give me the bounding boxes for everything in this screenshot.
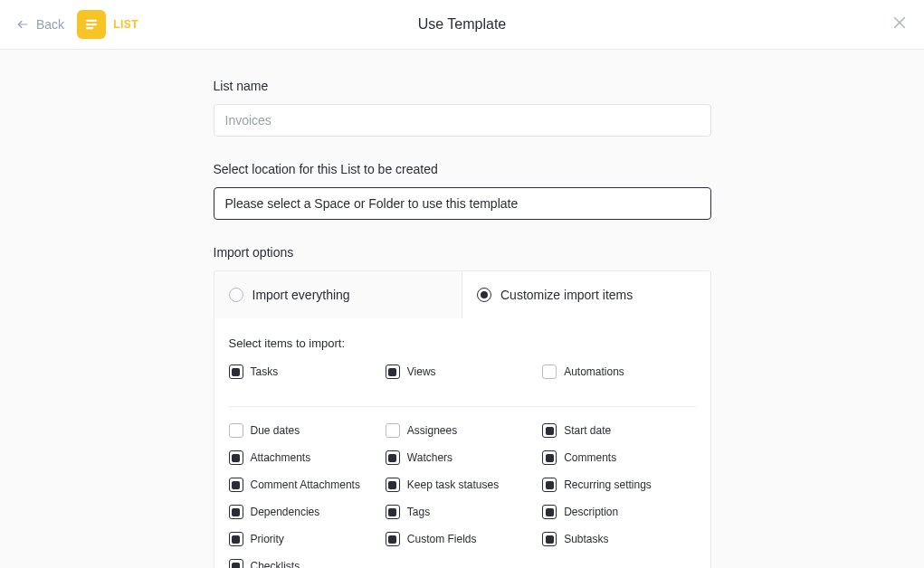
checkbox-item[interactable]: Due dates [229, 423, 382, 438]
import-col-3: Start dateCommentsRecurring settingsDesc… [542, 423, 695, 568]
checkbox-label: Dependencies [251, 506, 320, 518]
checkbox-icon [229, 478, 243, 492]
checkbox-item[interactable]: Custom Fields [386, 532, 538, 546]
checkbox-item[interactable]: Automations [542, 364, 695, 379]
checkbox-label: Comment Attachments [251, 478, 360, 491]
location-label: Select location for this List to be crea… [214, 162, 711, 176]
radio-icon [477, 288, 491, 302]
location-placeholder: Please select a Space or Folder to use t… [225, 196, 519, 211]
list-icon [77, 10, 106, 39]
checkbox-icon [229, 450, 243, 465]
arrow-left-icon [14, 18, 31, 31]
checkbox-item[interactable]: Description [542, 505, 695, 519]
checkbox-item[interactable]: Attachments [229, 450, 382, 465]
checkbox-label: Description [564, 506, 618, 518]
back-label: Back [36, 17, 64, 32]
checkbox-item[interactable]: Start date [542, 423, 695, 438]
import-radio-group: Import everything Customize import items [214, 270, 711, 318]
checkbox-label: Keep task statuses [407, 478, 499, 491]
checkbox-item[interactable]: Recurring settings [542, 478, 695, 492]
checkbox-label: Custom Fields [407, 533, 477, 545]
checkbox-item[interactable]: Assignees [386, 423, 538, 438]
checkbox-label: Start date [564, 424, 611, 437]
checkbox-label: Due dates [251, 424, 300, 437]
checkbox-label: Automations [564, 365, 624, 378]
import-top-row: TasksViewsAutomations [229, 364, 696, 407]
checkbox-label: Subtasks [564, 533, 608, 545]
checkbox-item[interactable]: Views [386, 364, 538, 379]
import-col-2: AssigneesWatchersKeep task statusesTagsC… [386, 423, 538, 568]
checkbox-label: Comments [564, 451, 616, 464]
import-col-1: Due datesAttachmentsComment AttachmentsD… [229, 423, 382, 568]
list-name-input[interactable] [214, 104, 711, 137]
checkbox-label: Tags [407, 506, 430, 518]
checkbox-label: Attachments [251, 451, 311, 464]
checkbox-item[interactable]: Checklists [229, 559, 382, 568]
checkbox-icon [542, 478, 557, 492]
checkbox-icon [542, 364, 557, 379]
checkbox-label: Watchers [407, 451, 452, 464]
checkbox-item[interactable]: Watchers [386, 450, 538, 465]
checkbox-item[interactable]: Priority [229, 532, 382, 546]
list-name-label: List name [214, 79, 711, 93]
checkbox-icon [229, 364, 243, 379]
checkbox-icon [229, 559, 243, 568]
close-button[interactable] [891, 14, 908, 34]
checkbox-label: Recurring settings [564, 478, 652, 491]
checkbox-label: Views [407, 365, 436, 378]
modal-title: Use Template [418, 16, 507, 33]
radio-icon [229, 288, 243, 302]
checkbox-item[interactable]: Dependencies [229, 505, 382, 519]
select-items-label: Select items to import: [229, 336, 696, 350]
import-options-label: Import options [214, 245, 711, 260]
checkbox-icon [542, 532, 557, 546]
checkbox-icon [229, 423, 243, 438]
checkbox-item[interactable]: Comments [542, 450, 695, 465]
checkbox-icon [386, 532, 400, 546]
checkbox-icon [386, 505, 400, 519]
checkbox-item[interactable]: Tags [386, 505, 538, 519]
svg-rect-3 [86, 27, 93, 29]
radio-label: Import everything [252, 288, 350, 302]
checkbox-icon [542, 505, 557, 519]
checkbox-item[interactable]: Subtasks [542, 532, 695, 546]
checkbox-label: Checklists [251, 560, 300, 568]
location-select[interactable]: Please select a Space or Folder to use t… [214, 187, 711, 220]
checkbox-icon [229, 532, 243, 546]
radio-import-everything[interactable]: Import everything [214, 271, 463, 318]
checkbox-icon [386, 364, 400, 379]
radio-label: Customize import items [500, 288, 633, 302]
checkbox-icon [542, 423, 557, 438]
checkbox-icon [386, 423, 400, 438]
import-columns: Due datesAttachmentsComment AttachmentsD… [229, 423, 696, 568]
modal-header: Back LIST Use Template [0, 0, 924, 50]
checkbox-icon [386, 450, 400, 465]
back-button[interactable]: Back [14, 17, 64, 32]
checkbox-item[interactable]: Tasks [229, 364, 382, 379]
list-type-tag: LIST [77, 10, 138, 39]
checkbox-label: Priority [251, 533, 284, 545]
checkbox-label: Assignees [407, 424, 457, 437]
modal-body: List name Select location for this List … [0, 50, 924, 568]
import-items-panel: Select items to import: TasksViewsAutoma… [214, 318, 711, 568]
close-icon [891, 14, 908, 31]
checkbox-icon [386, 478, 400, 492]
svg-rect-2 [86, 24, 97, 25]
checkbox-icon [229, 505, 243, 519]
checkbox-icon [542, 450, 557, 465]
checkbox-item[interactable]: Keep task statuses [386, 478, 538, 492]
list-type-label: LIST [113, 18, 138, 31]
svg-rect-1 [86, 20, 97, 22]
checkbox-label: Tasks [251, 365, 279, 378]
radio-customize-import[interactable]: Customize import items [462, 271, 710, 318]
checkbox-item[interactable]: Comment Attachments [229, 478, 382, 492]
